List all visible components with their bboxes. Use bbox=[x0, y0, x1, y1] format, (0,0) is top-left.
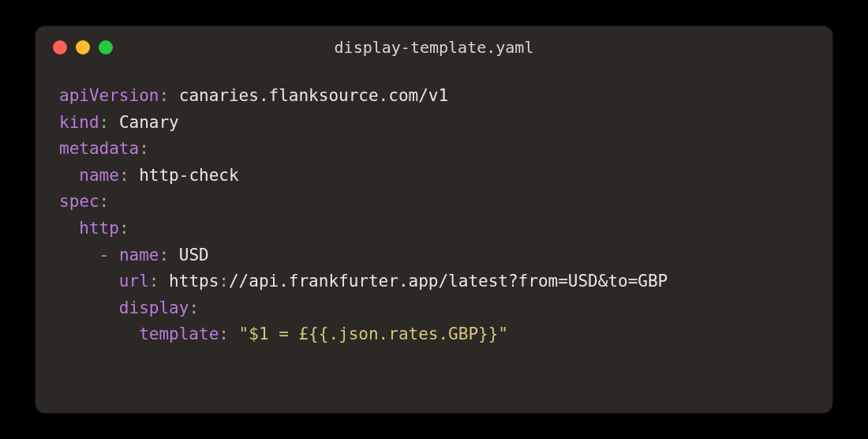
yaml-value: http-check bbox=[139, 166, 238, 185]
dash: - bbox=[99, 246, 119, 265]
yaml-value: //api.frankfurter.app/latest?from=USD&to… bbox=[229, 272, 668, 291]
colon: : bbox=[159, 246, 178, 265]
yaml-value: canaries.flanksource.com/v1 bbox=[179, 86, 448, 105]
titlebar: display-template.yaml bbox=[36, 26, 832, 61]
yaml-key: spec bbox=[59, 192, 99, 211]
yaml-key: apiVersion bbox=[59, 86, 159, 105]
yaml-key: metadata bbox=[59, 139, 139, 158]
yaml-value: Canary bbox=[119, 113, 179, 132]
yaml-value: https bbox=[169, 272, 219, 291]
code-content[interactable]: apiVersion: canaries.flanksource.com/v1 … bbox=[36, 61, 832, 372]
close-icon[interactable] bbox=[53, 40, 67, 54]
minimize-icon[interactable] bbox=[76, 40, 90, 54]
colon: : bbox=[219, 325, 238, 343]
yaml-key: url bbox=[119, 272, 149, 291]
colon: : bbox=[189, 298, 199, 317]
yaml-key: name bbox=[119, 246, 159, 265]
yaml-value: USD bbox=[179, 246, 209, 265]
yaml-key: template bbox=[139, 325, 219, 343]
colon: : bbox=[139, 139, 149, 158]
yaml-string: "$1 = £{{.json.rates.GBP}}" bbox=[239, 325, 508, 343]
colon: : bbox=[149, 272, 169, 291]
maximize-icon[interactable] bbox=[99, 40, 113, 54]
colon: : bbox=[99, 192, 110, 211]
colon: : bbox=[119, 219, 129, 238]
yaml-key: kind bbox=[59, 113, 99, 132]
yaml-key: display bbox=[119, 298, 189, 317]
traffic-lights bbox=[53, 40, 113, 54]
window-title: display-template.yaml bbox=[335, 38, 534, 57]
yaml-key: name bbox=[79, 166, 119, 185]
colon: : bbox=[99, 113, 119, 132]
yaml-key: http bbox=[79, 219, 119, 238]
colon: : bbox=[159, 86, 178, 105]
colon: : bbox=[119, 166, 139, 185]
code-window: display-template.yaml apiVersion: canari… bbox=[36, 26, 832, 413]
colon: : bbox=[219, 272, 229, 291]
